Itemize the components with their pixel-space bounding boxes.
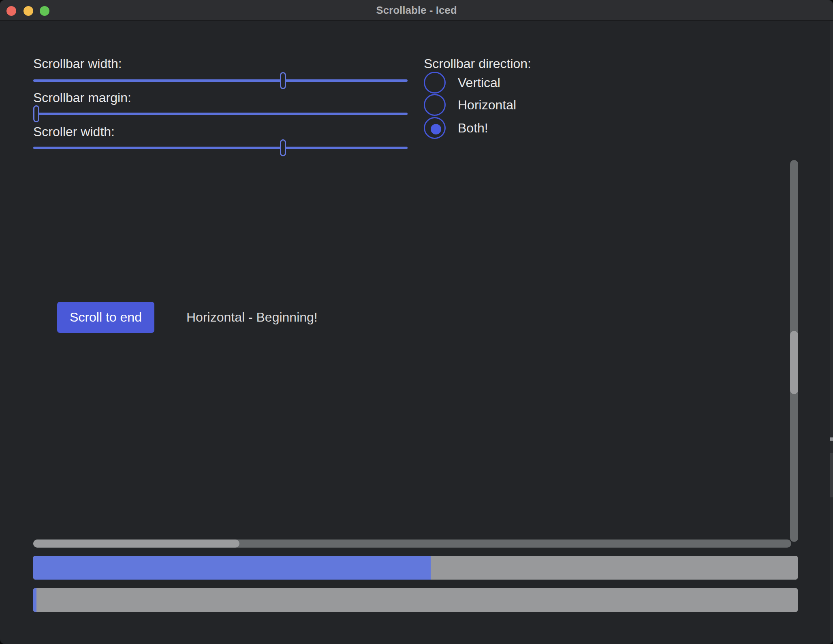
radio-both-label: Both! xyxy=(458,119,488,137)
horizontal-scroll-progress-bar xyxy=(33,588,798,612)
slider-handle[interactable] xyxy=(280,139,286,156)
slider-track[interactable] xyxy=(33,113,408,115)
rail-thumb[interactable] xyxy=(830,453,833,497)
vertical-scrollbar-thumb[interactable] xyxy=(790,331,798,394)
radio-dot-icon xyxy=(431,124,441,134)
radio-circle-icon[interactable] xyxy=(424,94,446,116)
slider-track[interactable] xyxy=(33,147,408,149)
slider-handle[interactable] xyxy=(280,72,286,89)
horizontal-scrollbar-track[interactable] xyxy=(33,540,791,548)
radio-horizontal-label: Horizontal xyxy=(458,96,516,114)
window-scrollbar-rail[interactable] xyxy=(830,21,833,644)
scrollbar-width-label: Scrollbar width: xyxy=(33,55,122,73)
progress-fill xyxy=(33,556,431,580)
vertical-scrollbar-track[interactable] xyxy=(790,160,798,542)
scrollbar-width-slider[interactable] xyxy=(33,72,408,89)
slider-track[interactable] xyxy=(33,79,408,82)
scroll-status-text: Horizontal - Beginning! xyxy=(186,308,318,326)
radio-vertical-label: Vertical xyxy=(458,74,500,92)
progress-fill xyxy=(33,588,36,612)
scrollbar-margin-label: Scrollbar margin: xyxy=(33,89,131,107)
scroller-width-slider[interactable] xyxy=(33,139,408,156)
vertical-scroll-progress-bar xyxy=(33,556,798,580)
rail-mark xyxy=(830,437,833,441)
horizontal-scrollbar-thumb[interactable] xyxy=(33,540,239,548)
radio-circle-icon[interactable] xyxy=(424,72,446,94)
scrollbar-margin-slider[interactable] xyxy=(33,105,408,122)
scrollbar-direction-label: Scrollbar direction: xyxy=(424,55,531,73)
title-bar: Scrollable - Iced xyxy=(0,0,833,21)
radio-circle-icon[interactable] xyxy=(424,117,446,139)
scroll-to-end-button[interactable]: Scroll to end xyxy=(57,302,154,333)
window-title: Scrollable - Iced xyxy=(0,0,833,20)
scroller-width-label: Scroller width: xyxy=(33,123,115,141)
app-window: Scrollable - Iced Scrollbar width: Scrol… xyxy=(0,0,833,644)
slider-handle[interactable] xyxy=(33,105,39,122)
